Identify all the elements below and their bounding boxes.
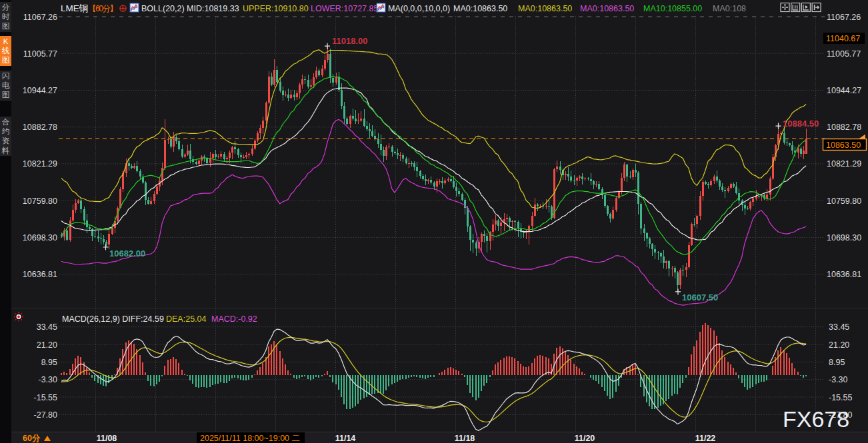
svg-text:DEA:25.04: DEA:25.04 bbox=[166, 314, 207, 324]
svg-text:11018.00: 11018.00 bbox=[332, 36, 368, 46]
svg-text:60分: 60分 bbox=[23, 434, 41, 443]
svg-text:MACD:-0.92: MACD:-0.92 bbox=[211, 314, 257, 324]
svg-text:-15.55: -15.55 bbox=[829, 393, 852, 402]
svg-text:MA0:10863.50: MA0:10863.50 bbox=[518, 4, 572, 13]
svg-text:33.45: 33.45 bbox=[829, 322, 849, 332]
svg-text:21.20: 21.20 bbox=[37, 340, 57, 350]
svg-text:LOWER:10727.85: LOWER:10727.85 bbox=[311, 4, 378, 13]
svg-text:10821.29: 10821.29 bbox=[23, 159, 57, 169]
svg-text:8.95: 8.95 bbox=[829, 358, 845, 367]
svg-text:FX678: FX678 bbox=[783, 406, 849, 432]
svg-text:33.45: 33.45 bbox=[37, 322, 57, 332]
svg-text:10698.30: 10698.30 bbox=[827, 233, 861, 242]
svg-text:2025/11/11 18:00~19:00 二: 2025/11/11 18:00~19:00 二 bbox=[200, 434, 300, 443]
svg-text:10944.27: 10944.27 bbox=[23, 86, 57, 95]
svg-text:MACD(26,12,9) DIFF:24.59: MACD(26,12,9) DIFF:24.59 bbox=[62, 314, 164, 324]
svg-text:11/08: 11/08 bbox=[97, 434, 117, 443]
svg-text:MA0:108: MA0:108 bbox=[713, 4, 746, 13]
svg-text:11/14: 11/14 bbox=[335, 434, 356, 443]
svg-text:10944.27: 10944.27 bbox=[827, 86, 861, 95]
svg-text:10884.50: 10884.50 bbox=[783, 119, 819, 129]
svg-text:【60分】: 【60分】 bbox=[88, 4, 117, 13]
svg-text:10882.78: 10882.78 bbox=[23, 123, 57, 132]
svg-text:10882.78: 10882.78 bbox=[827, 123, 861, 132]
svg-text:11/22: 11/22 bbox=[695, 434, 716, 443]
svg-text:11/20: 11/20 bbox=[575, 434, 595, 443]
svg-text:10682.00: 10682.00 bbox=[109, 248, 145, 258]
svg-text:LME铜: LME铜 bbox=[61, 3, 88, 13]
svg-text:10636.81: 10636.81 bbox=[23, 270, 57, 279]
svg-text:11067.26: 11067.26 bbox=[23, 13, 57, 22]
svg-text:10698.30: 10698.30 bbox=[23, 233, 57, 242]
svg-text:MA(0,0,0,10,0,0): MA(0,0,0,10,0,0) bbox=[388, 4, 450, 13]
svg-text:10759.80: 10759.80 bbox=[23, 197, 57, 206]
svg-text:10607.50: 10607.50 bbox=[682, 292, 718, 302]
svg-text:10636.81: 10636.81 bbox=[827, 270, 861, 279]
svg-text:11067.26: 11067.26 bbox=[827, 13, 861, 22]
svg-text:-15.55: -15.55 bbox=[34, 393, 57, 402]
svg-text:11005.77: 11005.77 bbox=[23, 49, 57, 59]
svg-text:11040.67: 11040.67 bbox=[826, 34, 860, 43]
svg-text:-27.80: -27.80 bbox=[34, 410, 57, 420]
svg-text:11/18: 11/18 bbox=[455, 434, 475, 443]
svg-text:-3.30: -3.30 bbox=[829, 375, 848, 384]
svg-text:8.95: 8.95 bbox=[41, 358, 57, 367]
svg-text:MA0:10863.50: MA0:10863.50 bbox=[453, 4, 507, 13]
svg-text:MA0:10863.50: MA0:10863.50 bbox=[580, 4, 634, 13]
svg-text:10759.80: 10759.80 bbox=[827, 197, 861, 206]
svg-text:10821.29: 10821.29 bbox=[827, 159, 861, 169]
svg-text:BOLL(20,2) MID:10819.33: BOLL(20,2) MID:10819.33 bbox=[141, 4, 239, 13]
svg-text:MA10:10855.00: MA10:10855.00 bbox=[643, 4, 702, 13]
svg-text:10863.50: 10863.50 bbox=[826, 141, 861, 150]
svg-text:11005.77: 11005.77 bbox=[827, 49, 861, 59]
svg-text:-3.30: -3.30 bbox=[39, 375, 58, 384]
svg-text:21.20: 21.20 bbox=[829, 340, 849, 350]
svg-text:UPPER:10910.80: UPPER:10910.80 bbox=[243, 4, 309, 13]
